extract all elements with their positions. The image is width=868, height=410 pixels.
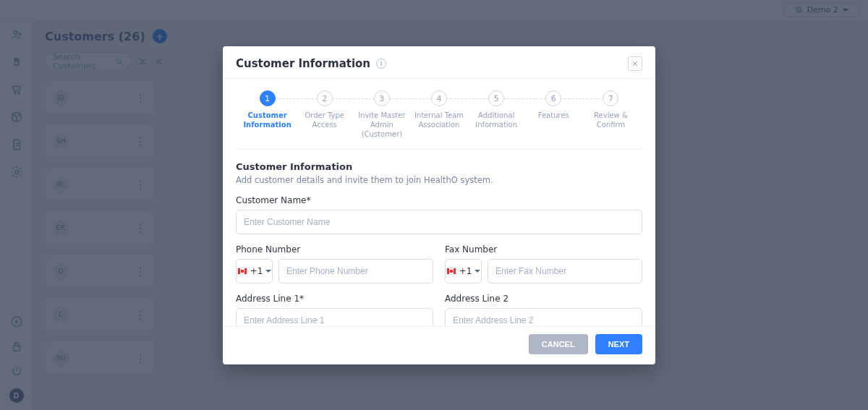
input-addr2[interactable] bbox=[445, 308, 642, 326]
step-bubble: 7 bbox=[603, 90, 618, 106]
step-bubble: 1 bbox=[260, 90, 276, 106]
modal-title-text: Customer Information bbox=[236, 57, 370, 70]
step-bubble: 3 bbox=[374, 90, 390, 106]
step-label: Customer Information bbox=[239, 111, 296, 129]
canada-flag-icon bbox=[237, 268, 247, 275]
step-label: Internal Team Association bbox=[410, 111, 467, 129]
label-addr2: Address Line 2 bbox=[445, 294, 642, 304]
step-4[interactable]: 4 Internal Team Association bbox=[410, 90, 467, 129]
modal-footer: CANCEL NEXT bbox=[223, 326, 655, 364]
fax-country-select[interactable]: +1 bbox=[445, 259, 482, 283]
step-7[interactable]: 7 Review & Confirm bbox=[582, 90, 639, 129]
label-addr1: Address Line 1* bbox=[236, 294, 433, 304]
step-bubble: 4 bbox=[431, 90, 447, 106]
field-fax: Fax Number +1 bbox=[445, 244, 642, 283]
step-label: Order Type Access bbox=[296, 111, 353, 129]
fax-cc: +1 bbox=[459, 266, 472, 276]
phone-cc: +1 bbox=[250, 266, 263, 276]
step-label: Invite Master Admin (Customer) bbox=[353, 111, 410, 139]
canada-flag-icon bbox=[446, 268, 456, 275]
field-phone: Phone Number +1 bbox=[236, 244, 433, 283]
field-customer-name: Customer Name* bbox=[236, 195, 642, 234]
step-2[interactable]: 2 Order Type Access bbox=[296, 90, 353, 129]
input-addr1[interactable] bbox=[236, 308, 433, 326]
wizard-stepper: 1 Customer Information 2 Order Type Acce… bbox=[236, 79, 642, 150]
step-6[interactable]: 6 Features bbox=[525, 90, 582, 120]
next-button[interactable]: NEXT bbox=[595, 334, 642, 354]
close-button[interactable] bbox=[628, 56, 642, 71]
step-5[interactable]: 5 Additional Information bbox=[468, 90, 525, 129]
info-icon[interactable]: i bbox=[376, 59, 386, 69]
customer-info-modal: Customer Information i 1 Customer Inform… bbox=[223, 46, 655, 364]
label-phone: Phone Number bbox=[236, 244, 433, 255]
modal-header: Customer Information i bbox=[223, 46, 655, 78]
chevron-down-icon bbox=[475, 270, 480, 273]
field-addr2: Address Line 2 bbox=[445, 294, 642, 326]
step-bubble: 5 bbox=[488, 90, 504, 106]
cancel-button[interactable]: CANCEL bbox=[529, 334, 588, 354]
field-addr1: Address Line 1* bbox=[236, 294, 433, 326]
step-bubble: 6 bbox=[545, 90, 561, 106]
chevron-down-icon bbox=[265, 270, 271, 273]
modal-body: 1 Customer Information 2 Order Type Acce… bbox=[223, 78, 655, 326]
step-1[interactable]: 1 Customer Information bbox=[239, 90, 296, 129]
section-subtitle: Add customer details and invite them to … bbox=[236, 175, 642, 185]
modal-title: Customer Information i bbox=[236, 57, 386, 70]
modal-scroll[interactable]: 1 Customer Information 2 Order Type Acce… bbox=[223, 79, 655, 326]
section-title: Customer Information bbox=[236, 161, 642, 172]
label-customer-name: Customer Name* bbox=[236, 195, 642, 205]
input-customer-name[interactable] bbox=[236, 210, 642, 234]
input-fax[interactable] bbox=[488, 259, 642, 283]
step-label: Features bbox=[538, 111, 569, 120]
step-bubble: 2 bbox=[317, 90, 333, 106]
step-label: Review & Confirm bbox=[582, 111, 639, 129]
input-phone[interactable] bbox=[278, 259, 433, 283]
step-label: Additional Information bbox=[468, 111, 525, 129]
step-connector bbox=[268, 98, 325, 99]
step-connector bbox=[325, 98, 382, 99]
label-fax: Fax Number bbox=[445, 244, 642, 255]
phone-country-select[interactable]: +1 bbox=[236, 259, 273, 283]
